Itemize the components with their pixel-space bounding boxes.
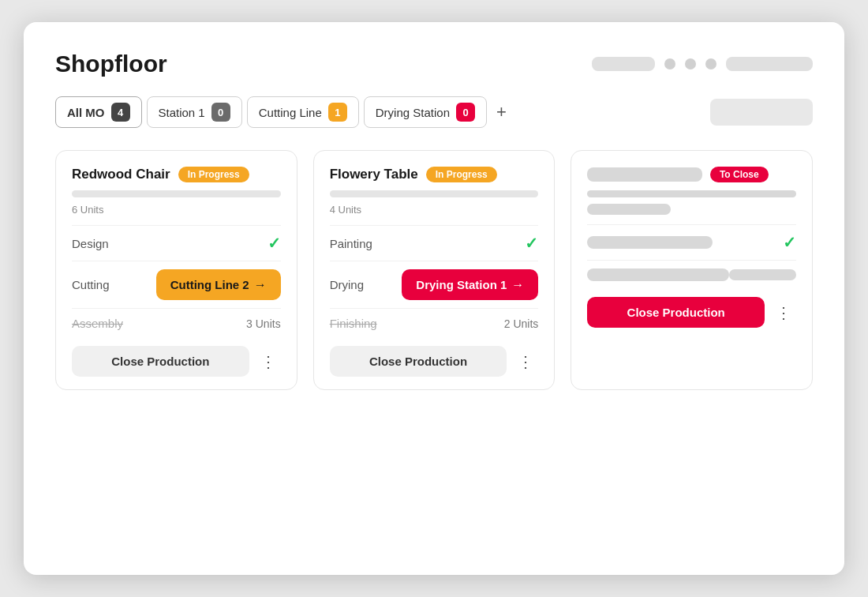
card-redwood: Redwood Chair In Progress 6 Units Design… <box>55 150 297 390</box>
card-redwood-progress <box>72 190 281 197</box>
card-redwood-design-check: ✓ <box>268 234 281 253</box>
card-redwood-row-cutting: Cutting Cutting Line 2 → <box>72 261 281 308</box>
card-redwood-header: Redwood Chair In Progress <box>72 167 281 182</box>
cutting-line-2-button[interactable]: Cutting Line 2 → <box>156 269 281 300</box>
add-tab-button[interactable]: + <box>492 102 511 122</box>
tab-station1-badge: 0 <box>211 103 230 122</box>
header-placeholder-1 <box>592 57 655 71</box>
card-flowery-title: Flowery Table <box>330 167 418 182</box>
header-dot-2 <box>685 58 696 69</box>
card-flowery-close-btn[interactable]: Close Production <box>330 346 507 377</box>
card-flowery-footer: Close Production ⋮ <box>330 346 539 377</box>
card-redwood-status: In Progress <box>178 167 249 182</box>
card-third-header: To Close <box>587 167 796 182</box>
card-redwood-title: Redwood Chair <box>72 167 170 182</box>
tab-all-mo[interactable]: All MO 4 <box>55 96 142 128</box>
card-redwood-cutting-label: Cutting <box>72 278 110 291</box>
tab-drying-station-label: Drying Station <box>376 106 450 119</box>
drying-station-1-button[interactable]: Drying Station 1 → <box>402 269 538 300</box>
card-redwood-design-label: Design <box>72 237 109 250</box>
card-third-more-btn[interactable]: ⋮ <box>771 302 796 324</box>
card-redwood-close-btn[interactable]: Close Production <box>72 346 249 377</box>
card-flowery-units: 4 Units <box>330 204 539 216</box>
card-third-row2-label <box>587 268 729 281</box>
card-flowery-row-painting: Painting ✓ <box>330 225 539 261</box>
tab-cutting-line-badge: 1 <box>328 103 347 122</box>
card-third-units-placeholder <box>587 204 671 215</box>
main-window: Shopfloor All MO 4 Station 1 0 Cutting L… <box>24 22 844 575</box>
card-redwood-footer: Close Production ⋮ <box>72 346 281 377</box>
tab-station1[interactable]: Station 1 0 <box>147 96 242 128</box>
card-flowery-finishing-label: Finishing <box>330 317 377 330</box>
header-dot-3 <box>705 58 716 69</box>
header-controls <box>592 57 813 71</box>
tab-all-mo-label: All MO <box>67 106 105 119</box>
card-flowery-row-finishing: Finishing 2 Units <box>330 308 539 338</box>
card-third: To Close ✓ Close Production ⋮ <box>571 150 813 390</box>
card-third-title-placeholder <box>587 167 702 182</box>
card-flowery-more-btn[interactable]: ⋮ <box>513 351 538 373</box>
card-third-row1-label <box>587 236 713 249</box>
card-redwood-row-assembly: Assembly 3 Units <box>72 308 281 338</box>
card-third-progress <box>587 190 796 197</box>
card-third-row-2 <box>587 260 796 289</box>
card-redwood-assembly-label: Assembly <box>72 317 123 330</box>
card-redwood-units: 6 Units <box>72 204 281 216</box>
card-flowery-finishing-value: 2 Units <box>504 317 539 330</box>
tab-station1-label: Station 1 <box>159 106 205 119</box>
card-flowery-drying-label: Drying <box>330 278 364 291</box>
tab-cutting-line[interactable]: Cutting Line 1 <box>247 96 359 128</box>
header-dot-1 <box>664 58 675 69</box>
card-third-row-1: ✓ <box>587 224 796 260</box>
cutting-line-2-label: Cutting Line 2 <box>170 278 249 292</box>
card-flowery-painting-check: ✓ <box>525 234 538 253</box>
card-third-footer: Close Production ⋮ <box>587 297 796 328</box>
card-redwood-assembly-value: 3 Units <box>246 317 281 330</box>
tabs-search-placeholder <box>710 99 813 126</box>
card-flowery-status: In Progress <box>426 167 497 182</box>
card-redwood-row-design: Design ✓ <box>72 225 281 261</box>
tab-all-mo-badge: 4 <box>111 103 130 122</box>
header: Shopfloor <box>55 51 813 77</box>
app-title: Shopfloor <box>55 51 167 77</box>
drying-station-1-arrow: → <box>511 277 524 292</box>
card-flowery-progress <box>330 190 539 197</box>
card-third-close-btn[interactable]: Close Production <box>587 297 765 328</box>
card-flowery-painting-label: Painting <box>330 237 372 250</box>
card-third-status: To Close <box>710 167 769 182</box>
card-third-row2-value <box>729 269 796 280</box>
tabs-bar: All MO 4 Station 1 0 Cutting Line 1 Dryi… <box>55 96 813 128</box>
cutting-line-2-arrow: → <box>254 277 267 292</box>
card-flowery-header: Flowery Table In Progress <box>330 167 539 182</box>
cards-grid: Redwood Chair In Progress 6 Units Design… <box>55 150 813 390</box>
header-placeholder-2 <box>726 57 813 71</box>
card-third-row1-check: ✓ <box>783 233 796 252</box>
drying-station-1-label: Drying Station 1 <box>416 278 507 292</box>
tab-cutting-line-label: Cutting Line <box>259 106 322 119</box>
card-redwood-more-btn[interactable]: ⋮ <box>256 351 281 373</box>
card-flowery-row-drying: Drying Drying Station 1 → <box>330 261 539 308</box>
tab-drying-station-badge: 0 <box>456 103 475 122</box>
tab-drying-station[interactable]: Drying Station 0 <box>364 96 487 128</box>
card-flowery: Flowery Table In Progress 4 Units Painti… <box>313 150 556 390</box>
